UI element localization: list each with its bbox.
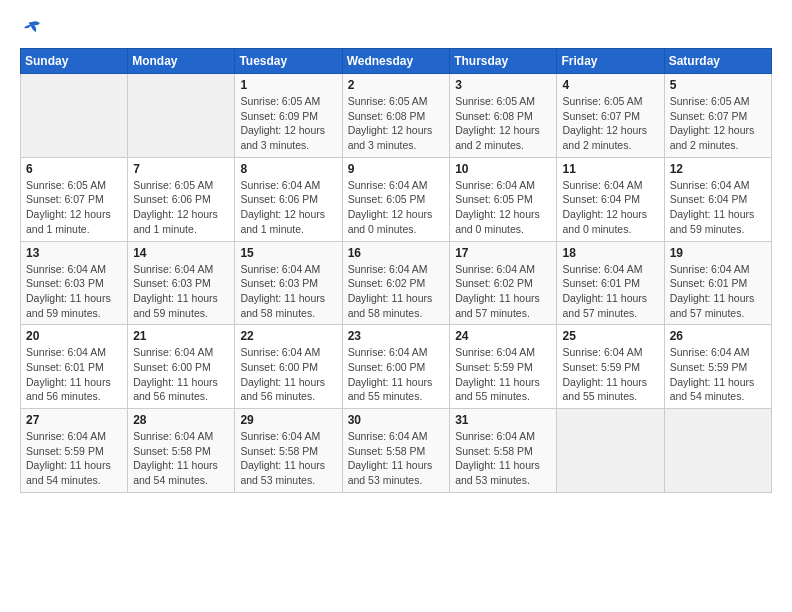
day-info: Sunrise: 6:04 AM Sunset: 5:59 PM Dayligh… xyxy=(455,345,551,404)
day-info: Sunrise: 6:05 AM Sunset: 6:08 PM Dayligh… xyxy=(348,94,445,153)
day-number: 27 xyxy=(26,413,122,427)
day-number: 9 xyxy=(348,162,445,176)
calendar-cell: 18Sunrise: 6:04 AM Sunset: 6:01 PM Dayli… xyxy=(557,241,664,325)
day-number: 28 xyxy=(133,413,229,427)
day-info: Sunrise: 6:04 AM Sunset: 6:02 PM Dayligh… xyxy=(348,262,445,321)
day-number: 8 xyxy=(240,162,336,176)
day-info: Sunrise: 6:04 AM Sunset: 6:01 PM Dayligh… xyxy=(562,262,658,321)
day-info: Sunrise: 6:05 AM Sunset: 6:07 PM Dayligh… xyxy=(562,94,658,153)
header-day-thursday: Thursday xyxy=(450,49,557,74)
calendar-cell: 21Sunrise: 6:04 AM Sunset: 6:00 PM Dayli… xyxy=(128,325,235,409)
week-row-1: 1Sunrise: 6:05 AM Sunset: 6:09 PM Daylig… xyxy=(21,74,772,158)
header-day-saturday: Saturday xyxy=(664,49,771,74)
day-info: Sunrise: 6:04 AM Sunset: 6:00 PM Dayligh… xyxy=(240,345,336,404)
calendar-cell xyxy=(21,74,128,158)
calendar-cell: 30Sunrise: 6:04 AM Sunset: 5:58 PM Dayli… xyxy=(342,409,450,493)
calendar-cell: 5Sunrise: 6:05 AM Sunset: 6:07 PM Daylig… xyxy=(664,74,771,158)
week-row-2: 6Sunrise: 6:05 AM Sunset: 6:07 PM Daylig… xyxy=(21,157,772,241)
calendar-cell: 12Sunrise: 6:04 AM Sunset: 6:04 PM Dayli… xyxy=(664,157,771,241)
calendar-cell: 3Sunrise: 6:05 AM Sunset: 6:08 PM Daylig… xyxy=(450,74,557,158)
logo xyxy=(20,20,42,38)
calendar-cell: 13Sunrise: 6:04 AM Sunset: 6:03 PM Dayli… xyxy=(21,241,128,325)
calendar-table: SundayMondayTuesdayWednesdayThursdayFrid… xyxy=(20,48,772,493)
day-number: 22 xyxy=(240,329,336,343)
week-row-3: 13Sunrise: 6:04 AM Sunset: 6:03 PM Dayli… xyxy=(21,241,772,325)
header-day-sunday: Sunday xyxy=(21,49,128,74)
day-number: 17 xyxy=(455,246,551,260)
day-info: Sunrise: 6:04 AM Sunset: 6:03 PM Dayligh… xyxy=(240,262,336,321)
day-info: Sunrise: 6:04 AM Sunset: 6:00 PM Dayligh… xyxy=(348,345,445,404)
day-info: Sunrise: 6:04 AM Sunset: 5:59 PM Dayligh… xyxy=(670,345,766,404)
calendar-cell: 24Sunrise: 6:04 AM Sunset: 5:59 PM Dayli… xyxy=(450,325,557,409)
bird-icon xyxy=(22,20,42,38)
day-info: Sunrise: 6:04 AM Sunset: 5:59 PM Dayligh… xyxy=(26,429,122,488)
day-number: 21 xyxy=(133,329,229,343)
header-day-friday: Friday xyxy=(557,49,664,74)
day-number: 11 xyxy=(562,162,658,176)
day-number: 5 xyxy=(670,78,766,92)
day-number: 4 xyxy=(562,78,658,92)
calendar-cell: 6Sunrise: 6:05 AM Sunset: 6:07 PM Daylig… xyxy=(21,157,128,241)
day-number: 15 xyxy=(240,246,336,260)
page-header xyxy=(20,20,772,38)
calendar-cell: 4Sunrise: 6:05 AM Sunset: 6:07 PM Daylig… xyxy=(557,74,664,158)
calendar-cell: 19Sunrise: 6:04 AM Sunset: 6:01 PM Dayli… xyxy=(664,241,771,325)
day-number: 18 xyxy=(562,246,658,260)
day-info: Sunrise: 6:04 AM Sunset: 6:03 PM Dayligh… xyxy=(26,262,122,321)
day-number: 20 xyxy=(26,329,122,343)
calendar-cell: 20Sunrise: 6:04 AM Sunset: 6:01 PM Dayli… xyxy=(21,325,128,409)
calendar-cell: 25Sunrise: 6:04 AM Sunset: 5:59 PM Dayli… xyxy=(557,325,664,409)
day-number: 3 xyxy=(455,78,551,92)
week-row-4: 20Sunrise: 6:04 AM Sunset: 6:01 PM Dayli… xyxy=(21,325,772,409)
day-info: Sunrise: 6:04 AM Sunset: 5:58 PM Dayligh… xyxy=(348,429,445,488)
day-number: 30 xyxy=(348,413,445,427)
calendar-header: SundayMondayTuesdayWednesdayThursdayFrid… xyxy=(21,49,772,74)
calendar-cell: 22Sunrise: 6:04 AM Sunset: 6:00 PM Dayli… xyxy=(235,325,342,409)
day-number: 2 xyxy=(348,78,445,92)
day-number: 31 xyxy=(455,413,551,427)
week-row-5: 27Sunrise: 6:04 AM Sunset: 5:59 PM Dayli… xyxy=(21,409,772,493)
day-info: Sunrise: 6:05 AM Sunset: 6:07 PM Dayligh… xyxy=(670,94,766,153)
day-number: 1 xyxy=(240,78,336,92)
calendar-cell: 10Sunrise: 6:04 AM Sunset: 6:05 PM Dayli… xyxy=(450,157,557,241)
calendar-cell: 11Sunrise: 6:04 AM Sunset: 6:04 PM Dayli… xyxy=(557,157,664,241)
calendar-cell: 29Sunrise: 6:04 AM Sunset: 5:58 PM Dayli… xyxy=(235,409,342,493)
calendar-cell: 17Sunrise: 6:04 AM Sunset: 6:02 PM Dayli… xyxy=(450,241,557,325)
header-day-tuesday: Tuesday xyxy=(235,49,342,74)
day-info: Sunrise: 6:05 AM Sunset: 6:08 PM Dayligh… xyxy=(455,94,551,153)
day-info: Sunrise: 6:05 AM Sunset: 6:07 PM Dayligh… xyxy=(26,178,122,237)
calendar-cell: 14Sunrise: 6:04 AM Sunset: 6:03 PM Dayli… xyxy=(128,241,235,325)
day-info: Sunrise: 6:04 AM Sunset: 6:03 PM Dayligh… xyxy=(133,262,229,321)
day-number: 16 xyxy=(348,246,445,260)
calendar-cell: 27Sunrise: 6:04 AM Sunset: 5:59 PM Dayli… xyxy=(21,409,128,493)
day-info: Sunrise: 6:04 AM Sunset: 6:04 PM Dayligh… xyxy=(562,178,658,237)
day-number: 6 xyxy=(26,162,122,176)
calendar-cell: 15Sunrise: 6:04 AM Sunset: 6:03 PM Dayli… xyxy=(235,241,342,325)
day-number: 24 xyxy=(455,329,551,343)
calendar-cell: 2Sunrise: 6:05 AM Sunset: 6:08 PM Daylig… xyxy=(342,74,450,158)
day-number: 29 xyxy=(240,413,336,427)
day-number: 12 xyxy=(670,162,766,176)
calendar-cell xyxy=(664,409,771,493)
calendar-cell: 31Sunrise: 6:04 AM Sunset: 5:58 PM Dayli… xyxy=(450,409,557,493)
calendar-cell: 8Sunrise: 6:04 AM Sunset: 6:06 PM Daylig… xyxy=(235,157,342,241)
day-info: Sunrise: 6:04 AM Sunset: 6:01 PM Dayligh… xyxy=(26,345,122,404)
calendar-body: 1Sunrise: 6:05 AM Sunset: 6:09 PM Daylig… xyxy=(21,74,772,493)
calendar-cell xyxy=(128,74,235,158)
day-info: Sunrise: 6:04 AM Sunset: 6:06 PM Dayligh… xyxy=(240,178,336,237)
day-number: 7 xyxy=(133,162,229,176)
calendar-cell: 9Sunrise: 6:04 AM Sunset: 6:05 PM Daylig… xyxy=(342,157,450,241)
day-info: Sunrise: 6:04 AM Sunset: 6:02 PM Dayligh… xyxy=(455,262,551,321)
day-number: 13 xyxy=(26,246,122,260)
day-info: Sunrise: 6:04 AM Sunset: 6:04 PM Dayligh… xyxy=(670,178,766,237)
day-number: 23 xyxy=(348,329,445,343)
day-info: Sunrise: 6:04 AM Sunset: 5:58 PM Dayligh… xyxy=(455,429,551,488)
day-info: Sunrise: 6:05 AM Sunset: 6:09 PM Dayligh… xyxy=(240,94,336,153)
header-day-wednesday: Wednesday xyxy=(342,49,450,74)
day-info: Sunrise: 6:04 AM Sunset: 6:00 PM Dayligh… xyxy=(133,345,229,404)
calendar-cell xyxy=(557,409,664,493)
calendar-cell: 7Sunrise: 6:05 AM Sunset: 6:06 PM Daylig… xyxy=(128,157,235,241)
day-info: Sunrise: 6:04 AM Sunset: 6:05 PM Dayligh… xyxy=(348,178,445,237)
day-number: 14 xyxy=(133,246,229,260)
header-row: SundayMondayTuesdayWednesdayThursdayFrid… xyxy=(21,49,772,74)
